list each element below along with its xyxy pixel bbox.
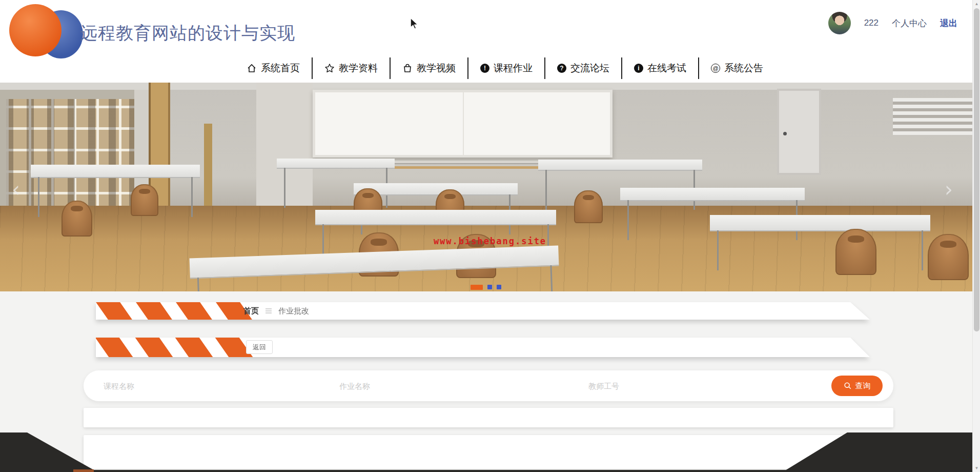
course-name-input[interactable] <box>103 376 328 396</box>
hero-door-handle <box>783 132 787 135</box>
site-logo <box>9 4 76 57</box>
result-body-row <box>84 435 893 469</box>
hero-door <box>777 89 821 175</box>
hero-whiteboard <box>313 90 612 158</box>
page: 远程教育网站的设计与实现 222 个人中心 退出 系统首页 教学资料 <box>0 0 980 472</box>
footer-strip <box>0 470 980 472</box>
breadcrumb-bar: 首页 作业批改 <box>96 302 870 320</box>
nav-label: 课程作业 <box>494 62 533 75</box>
nav-item-announcements[interactable]: @ 系统公告 <box>698 57 775 79</box>
hero-chair <box>131 184 158 216</box>
info-circle-icon: i <box>634 64 643 73</box>
decor-stripes <box>102 302 246 320</box>
at-circle-icon: @ <box>711 64 720 73</box>
hero-table <box>538 160 702 171</box>
hero-table <box>277 159 395 169</box>
teacher-id-input[interactable] <box>587 376 813 396</box>
back-bar-wrap: 返回 <box>0 338 980 360</box>
hero-table <box>315 210 556 225</box>
nav-item-materials[interactable]: 教学资料 <box>312 57 390 79</box>
user-area: 222 个人中心 退出 <box>828 11 957 35</box>
nav-item-coursework[interactable]: ! 课程作业 <box>467 57 544 79</box>
nav-item-exam[interactable]: i 在线考试 <box>621 57 698 79</box>
profile-center-link[interactable]: 个人中心 <box>892 17 927 29</box>
hero-carousel: www.bishebang.site ‹ › <box>0 83 980 291</box>
breadcrumb-bar-wrap: 首页 作业批改 <box>0 302 980 323</box>
scrollbar[interactable]: ▲ ▼ <box>972 0 980 472</box>
footer-accent <box>73 469 94 472</box>
breadcrumb-current: 作业批改 <box>278 306 309 316</box>
username-text: 222 <box>864 18 879 28</box>
home-icon <box>247 63 257 73</box>
question-circle-icon: ? <box>557 64 566 73</box>
logo-orange-circle <box>9 4 62 56</box>
scroll-up-arrow[interactable]: ▲ <box>973 0 980 8</box>
hero-table <box>620 188 805 201</box>
hero-chair <box>574 190 603 223</box>
carousel-indicator-active[interactable] <box>471 285 483 290</box>
search-form: 查询 <box>84 370 893 401</box>
page-title: 远程教育网站的设计与实现 <box>80 22 295 45</box>
breadcrumb-home-link[interactable]: 首页 <box>243 306 259 316</box>
search-icon <box>844 382 852 390</box>
scrollbar-thumb[interactable] <box>974 8 979 331</box>
breadcrumb: 首页 作业批改 <box>243 302 309 320</box>
exclamation-circle-icon: ! <box>480 64 489 73</box>
back-button[interactable]: 返回 <box>246 340 273 354</box>
nav-item-home[interactable]: 系统首页 <box>235 57 312 79</box>
decor-stripes <box>102 338 246 357</box>
logout-link[interactable]: 退出 <box>940 17 957 29</box>
hero-radiator <box>893 98 980 135</box>
query-button-label: 查询 <box>855 381 871 391</box>
bag-icon <box>402 63 413 73</box>
hero-ceiling <box>0 83 980 90</box>
nav-label: 系统公告 <box>724 62 763 75</box>
assignment-name-input[interactable] <box>338 376 564 396</box>
carousel-prev-button[interactable]: ‹ <box>7 179 25 200</box>
result-header-row <box>84 408 893 427</box>
carousel-indicator[interactable] <box>487 285 492 289</box>
carousel-indicator[interactable] <box>497 285 501 289</box>
star-icon <box>324 63 335 73</box>
nav-label: 系统首页 <box>261 62 300 75</box>
scroll-down-arrow[interactable]: ▼ <box>973 464 980 472</box>
hero-table <box>31 165 200 178</box>
hero-table <box>710 215 930 231</box>
carousel-indicators <box>471 284 501 290</box>
watermark-text: www.bishebang.site <box>0 236 980 246</box>
carousel-next-button[interactable]: › <box>940 179 957 200</box>
nav-label: 教学视频 <box>417 62 456 75</box>
main-nav: 系统首页 教学资料 教学视频 ! 课程作业 ? 交流论坛 <box>235 57 775 79</box>
header: 远程教育网站的设计与实现 222 个人中心 退出 系统首页 教学资料 <box>0 0 980 83</box>
nav-item-videos[interactable]: 教学视频 <box>390 57 467 79</box>
back-bar: 返回 <box>96 338 870 357</box>
nav-label: 教学资料 <box>339 62 378 75</box>
breadcrumb-separator-icon <box>266 308 272 313</box>
nav-label: 在线考试 <box>647 62 686 75</box>
mouse-cursor <box>410 17 421 30</box>
nav-item-forum[interactable]: ? 交流论坛 <box>544 57 621 79</box>
nav-label: 交流论坛 <box>570 62 609 75</box>
hero-chair <box>62 201 92 237</box>
query-button[interactable]: 查询 <box>831 376 883 396</box>
avatar[interactable] <box>828 12 851 34</box>
